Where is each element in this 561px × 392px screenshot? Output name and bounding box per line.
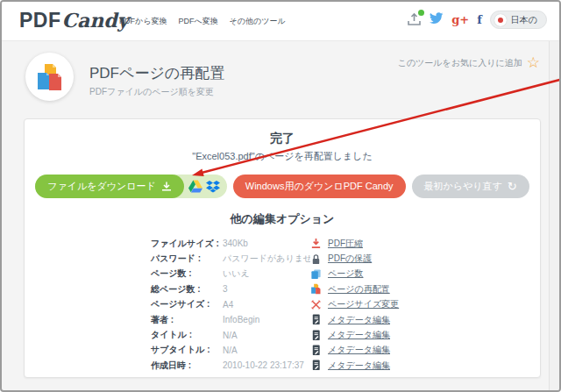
row-label: ファイルサイズ : bbox=[151, 238, 223, 250]
restart-icon: ↻ bbox=[508, 181, 517, 192]
table-row: 著者 : InfoBegin メタデータ編集 bbox=[151, 312, 414, 327]
status-title: 完了 bbox=[25, 131, 540, 146]
facebook-icon[interactable]: f bbox=[477, 12, 482, 27]
windows-button-label: Windows用のダウンロPDF Candy bbox=[245, 180, 394, 193]
row-label: タイトル : bbox=[151, 329, 223, 341]
tool-link[interactable]: PDFの保護 bbox=[328, 253, 372, 265]
restart-button-label: 最初からやり直す bbox=[424, 180, 502, 193]
table-row: 作成日時 : 2010-10-22 23:17:37 メタデータ編集 bbox=[151, 358, 414, 373]
table-row: ファイルサイズ : 340Kb PDF圧縮 bbox=[151, 236, 414, 251]
tool-link[interactable]: ページサイズ変更 bbox=[328, 298, 399, 310]
restart-button[interactable]: 最初からやり直す ↻ bbox=[412, 175, 529, 198]
language-selector[interactable]: 日本の bbox=[490, 11, 547, 29]
table-row: パスワード : パスワードがありません PDFの保護 bbox=[151, 251, 414, 266]
vertical-scrollbar[interactable] bbox=[549, 41, 559, 390]
tool-link[interactable]: メタデータ編集 bbox=[328, 344, 390, 356]
row-label: 著者 : bbox=[151, 314, 223, 326]
pdf-details-table: ファイルサイズ : 340Kb PDF圧縮 パスワード : パスワードがありませ… bbox=[151, 236, 414, 374]
download-file-button[interactable]: ファイルをダウンロード bbox=[35, 175, 184, 198]
page-number-icon bbox=[310, 268, 328, 280]
metadata-icon bbox=[310, 360, 328, 371]
row-value: 2010-10-22 23:17:37 bbox=[223, 360, 310, 370]
result-panel: 完了 "Excel053.pdf"のページを再配置しました ファイルをダウンロー… bbox=[24, 118, 541, 378]
googleplus-icon[interactable]: g+ bbox=[451, 12, 469, 27]
twitter-icon[interactable] bbox=[430, 12, 444, 28]
download-arrow-icon bbox=[161, 182, 172, 191]
row-label: ページ数 : bbox=[151, 267, 223, 280]
lock-icon bbox=[310, 253, 328, 265]
row-value: 340Kb bbox=[223, 239, 310, 248]
metadata-icon bbox=[310, 330, 328, 341]
windows-download-button[interactable]: Windows用のダウンロPDF Candy bbox=[233, 175, 406, 198]
tool-link[interactable]: メタデータ編集 bbox=[328, 360, 390, 372]
page-subtitle: PDFファイルのページ順を変更 bbox=[89, 86, 214, 98]
row-label: 総ページ数 : bbox=[151, 283, 223, 296]
compress-icon bbox=[310, 238, 328, 249]
row-value: いいえ bbox=[223, 267, 310, 280]
table-row: ページサイズ : A4 ページサイズ変更 bbox=[151, 297, 414, 312]
row-label: パスワード : bbox=[151, 253, 223, 265]
language-label: 日本の bbox=[511, 14, 537, 26]
header-right: g+ f 日本の bbox=[407, 11, 547, 29]
japan-flag-icon bbox=[494, 14, 507, 26]
nav-other-tools[interactable]: その他のツール bbox=[230, 16, 286, 27]
metadata-icon bbox=[310, 345, 328, 356]
tool-link[interactable]: PDF圧縮 bbox=[328, 238, 363, 250]
notification-badge bbox=[418, 10, 424, 16]
tool-link[interactable]: ページの再配置 bbox=[328, 283, 390, 296]
tool-link[interactable]: ページ数 bbox=[328, 267, 363, 280]
cloud-save-options bbox=[184, 180, 227, 193]
share-upload-icon[interactable] bbox=[407, 12, 422, 27]
download-button-label: ファイルをダウンロード bbox=[47, 180, 156, 193]
status-message: "Excel053.pdf"のページを再配置しました bbox=[25, 150, 540, 163]
table-row: サブタイトル : N/A メタデータ編集 bbox=[151, 343, 414, 358]
nav-to-pdf[interactable]: PDFへ変換 bbox=[178, 16, 217, 27]
table-row: タイトル : N/A メタデータ編集 bbox=[151, 327, 414, 342]
table-row: 総ページ数 : 3 ページの再配置 bbox=[151, 282, 414, 296]
resize-icon bbox=[310, 299, 328, 310]
download-group: ファイルをダウンロード bbox=[35, 175, 227, 198]
page-title: PDFページの再配置 bbox=[89, 63, 224, 83]
star-icon: ☆ bbox=[527, 56, 540, 70]
dropbox-icon[interactable] bbox=[206, 181, 220, 193]
action-buttons: ファイルをダウンロード Windows用のダウンロPDF Candy bbox=[25, 175, 540, 198]
row-label: サブタイトル : bbox=[151, 344, 223, 356]
row-value: InfoBegin bbox=[223, 315, 310, 324]
row-value: パスワードがありません bbox=[223, 253, 310, 265]
main-nav: PDFから変換 PDFへ変換 その他のツール bbox=[119, 16, 286, 27]
tool-link[interactable]: メタデータ編集 bbox=[328, 329, 390, 341]
row-label: ページサイズ : bbox=[151, 298, 223, 310]
tool-link[interactable]: メタデータ編集 bbox=[328, 314, 390, 326]
options-title: 他の編集オプション bbox=[25, 211, 540, 227]
rearrange-tool-icon bbox=[25, 53, 74, 101]
table-row: ページ数 : いいえ ページ数 bbox=[151, 267, 414, 282]
row-value: N/A bbox=[223, 331, 310, 340]
row-value: A4 bbox=[223, 300, 310, 310]
metadata-icon bbox=[310, 314, 328, 325]
header: PDFCandy PDFから変換 PDFへ変換 その他のツール g+ f 日本の bbox=[2, 2, 559, 41]
row-value: N/A bbox=[223, 346, 310, 355]
google-drive-icon[interactable] bbox=[188, 180, 202, 193]
favorite-label: このツールをお気に入りに追加 bbox=[398, 57, 522, 69]
add-to-favorites[interactable]: このツールをお気に入りに追加 ☆ bbox=[398, 56, 540, 70]
nav-from-pdf[interactable]: PDFから変換 bbox=[119, 16, 167, 27]
row-label: 作成日時 : bbox=[151, 360, 223, 372]
row-value: 3 bbox=[223, 284, 310, 294]
tool-header: PDFページの再配置 PDFファイルのページ順を変更 このツールをお気に入りに追… bbox=[2, 42, 549, 118]
browser-window: PDFCandy PDFから変換 PDFへ変換 その他のツール g+ f 日本の bbox=[0, 0, 561, 392]
rearrange-icon bbox=[310, 283, 328, 295]
pdfcandy-logo[interactable]: PDFCandy bbox=[19, 9, 128, 32]
logo-text-pdf: PDF bbox=[19, 9, 61, 32]
